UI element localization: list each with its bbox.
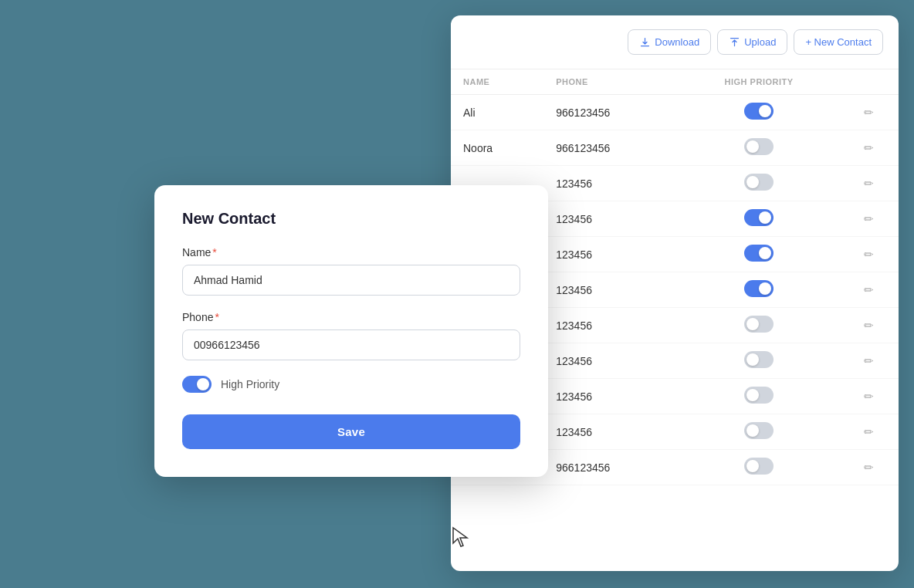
download-label: Download xyxy=(655,36,699,48)
edit-icon[interactable]: ✏ xyxy=(864,354,874,367)
name-label: Name* xyxy=(182,246,520,259)
phone-field-group: Phone* xyxy=(182,311,520,360)
cell-priority xyxy=(679,379,839,414)
high-priority-label: High Priority xyxy=(221,378,279,390)
priority-toggle[interactable] xyxy=(744,103,774,120)
edit-icon[interactable]: ✏ xyxy=(864,390,874,403)
new-contact-label: + New Contact xyxy=(805,36,872,48)
edit-icon[interactable]: ✏ xyxy=(864,319,874,332)
modal-title: New Contact xyxy=(182,210,520,228)
priority-toggle[interactable] xyxy=(744,280,774,297)
cell-name: Ali xyxy=(451,95,543,130)
upload-button[interactable]: Upload xyxy=(717,29,787,55)
cell-phone: 123456 xyxy=(543,272,679,308)
edit-icon[interactable]: ✏ xyxy=(864,425,874,438)
cell-name: Noora xyxy=(451,130,543,166)
download-icon xyxy=(639,36,651,48)
cell-priority xyxy=(679,201,839,237)
priority-toggle[interactable] xyxy=(744,422,774,439)
col-actions xyxy=(839,69,899,95)
col-phone: PHONE xyxy=(543,69,679,95)
cell-edit: ✏ xyxy=(839,272,899,308)
cell-edit: ✏ xyxy=(839,237,899,272)
download-button[interactable]: Download xyxy=(628,29,711,55)
high-priority-toggle[interactable] xyxy=(182,376,212,393)
cell-phone: 123456 xyxy=(543,201,679,237)
contacts-toolbar: Download Upload + New Contact xyxy=(451,15,899,69)
name-required: * xyxy=(212,246,216,259)
cell-phone: 123456 xyxy=(543,237,679,272)
cell-priority xyxy=(679,166,839,201)
table-row: Noora966123456✏ xyxy=(451,130,899,166)
cell-phone: 966123456 xyxy=(543,95,679,130)
edit-icon[interactable]: ✏ xyxy=(864,177,874,190)
cell-priority xyxy=(679,308,839,343)
priority-toggle[interactable] xyxy=(744,138,774,155)
cell-phone: 123456 xyxy=(543,308,679,343)
edit-icon[interactable]: ✏ xyxy=(864,106,874,119)
upload-icon xyxy=(729,36,740,48)
priority-toggle[interactable] xyxy=(744,351,774,368)
cell-priority xyxy=(679,95,839,130)
name-input[interactable] xyxy=(182,265,520,296)
cell-phone: 966123456 xyxy=(543,450,679,485)
priority-toggle[interactable] xyxy=(744,458,774,475)
col-name: NAME xyxy=(451,69,543,95)
edit-icon[interactable]: ✏ xyxy=(864,141,874,154)
priority-toggle[interactable] xyxy=(744,316,774,333)
phone-input[interactable] xyxy=(182,329,520,360)
cell-priority xyxy=(679,343,839,379)
edit-icon[interactable]: ✏ xyxy=(864,283,874,296)
cell-phone: 123456 xyxy=(543,343,679,379)
name-field-group: Name* xyxy=(182,246,520,296)
priority-toggle[interactable] xyxy=(744,174,774,191)
priority-toggle-row: High Priority xyxy=(182,376,520,393)
cell-edit: ✏ xyxy=(839,166,899,201)
new-contact-modal: New Contact Name* Phone* High Priority S… xyxy=(154,185,548,477)
upload-label: Upload xyxy=(744,36,776,48)
cell-priority xyxy=(679,414,839,450)
cell-phone: 123456 xyxy=(543,414,679,450)
phone-required: * xyxy=(215,311,218,323)
cell-edit: ✏ xyxy=(839,130,899,166)
priority-toggle[interactable] xyxy=(744,209,774,226)
col-priority: HIGH PRIORITY xyxy=(679,69,839,95)
edit-icon[interactable]: ✏ xyxy=(864,212,874,225)
cell-edit: ✏ xyxy=(839,379,899,414)
edit-icon[interactable]: ✏ xyxy=(864,461,874,474)
cell-priority xyxy=(679,450,839,485)
table-row: Ali966123456✏ xyxy=(451,95,899,130)
cell-priority xyxy=(679,237,839,272)
cell-phone: 123456 xyxy=(543,379,679,414)
cell-phone: 966123456 xyxy=(543,130,679,166)
cell-edit: ✏ xyxy=(839,95,899,130)
priority-toggle[interactable] xyxy=(744,387,774,404)
priority-toggle[interactable] xyxy=(744,245,774,262)
cell-edit: ✏ xyxy=(839,201,899,237)
cell-phone: 123456 xyxy=(543,166,679,201)
cell-edit: ✏ xyxy=(839,414,899,450)
cell-priority xyxy=(679,130,839,166)
save-button[interactable]: Save xyxy=(182,414,520,449)
phone-label: Phone* xyxy=(182,311,520,323)
cell-edit: ✏ xyxy=(839,308,899,343)
cell-priority xyxy=(679,272,839,308)
edit-icon[interactable]: ✏ xyxy=(864,248,874,261)
cell-edit: ✏ xyxy=(839,343,899,379)
new-contact-button[interactable]: + New Contact xyxy=(794,29,883,55)
cell-edit: ✏ xyxy=(839,450,899,485)
